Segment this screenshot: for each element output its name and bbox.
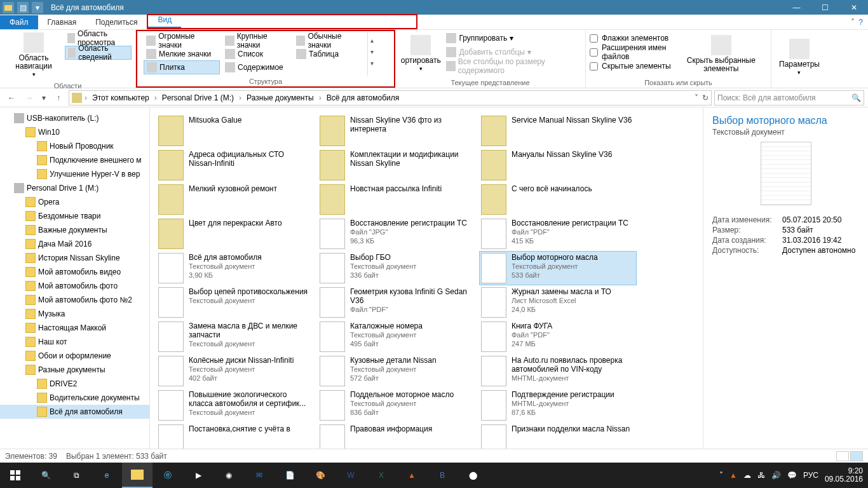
tree-node[interactable]: Улучшение Hyper-V в вер (0, 167, 149, 181)
tree-node[interactable]: Дача Май 2016 (0, 237, 149, 251)
tree-node[interactable]: Win10 (0, 125, 149, 139)
paint-icon[interactable]: 🎨 (305, 463, 336, 488)
file-tile[interactable]: Поддельное моторное маслоТекстовый докум… (318, 388, 475, 423)
recent-button[interactable]: ▾ (39, 90, 48, 105)
file-tile[interactable]: Постановка,снятие с учёта в (156, 423, 314, 449)
tree-node[interactable]: Водительские документы (0, 391, 149, 405)
refresh-icon[interactable]: ↻ (702, 93, 709, 102)
ie-icon[interactable]: ⓔ (153, 463, 183, 488)
nav-pane-button[interactable]: Область навигации▾ (4, 31, 64, 80)
checkbox-hidden[interactable]: Скрытые элементы (590, 59, 674, 73)
checkbox-extensions[interactable]: Расширения имен файлов (590, 45, 674, 59)
edge-icon[interactable]: e (92, 463, 122, 488)
tab-home[interactable]: Главная (38, 15, 86, 29)
tree-node[interactable]: Настоящая Маккой (0, 321, 149, 335)
file-tile[interactable]: Выбор ГБОТекстовый документ336 байт (318, 251, 475, 285)
search-button[interactable]: 🔍 (31, 463, 61, 488)
file-tile[interactable]: Мануалы Nissan Skyline V36 (479, 148, 637, 182)
hide-selected-button[interactable]: Скрыть выбранные элементы (675, 31, 767, 77)
word-icon[interactable]: W (336, 463, 366, 488)
outlook-icon[interactable]: ✉ (244, 463, 275, 488)
file-tile[interactable]: Цвет для перекраски Авто (156, 217, 314, 251)
file-tile[interactable]: Мелкий кузовной ремонт (156, 182, 314, 217)
explorer-icon[interactable] (122, 463, 153, 488)
tree-node[interactable]: Всё для автомобиля (0, 405, 149, 419)
file-tile[interactable]: Выбор цепей противоскольженияТекстовый д… (156, 285, 314, 320)
file-tile[interactable]: Новстная рассылка Infiniti (318, 182, 475, 217)
tray-clock[interactable]: 9:2009.05.2016 (825, 467, 863, 484)
task-view-button[interactable]: ⧉ (61, 463, 92, 488)
tree-node[interactable]: История Nissan Skyline (0, 251, 149, 265)
file-tile[interactable]: Каталожные номераТекстовый документ495 б… (318, 320, 475, 354)
up-button[interactable]: ↑ (51, 90, 66, 105)
tree-node[interactable]: Бездомные твари (0, 209, 149, 223)
preview-pane-button[interactable]: Область просмотра (65, 31, 132, 45)
tray-volume-icon[interactable]: 🔊 (771, 471, 781, 480)
size-columns-button[interactable]: Все столбцы по размеру содержимого (444, 59, 581, 73)
vk-icon[interactable]: В (427, 463, 458, 488)
tray-network-icon[interactable]: 🖧 (757, 471, 765, 480)
start-button[interactable] (0, 463, 31, 488)
options-button[interactable]: Параметры▾ (775, 31, 824, 85)
tree-node[interactable]: Наш кот (0, 335, 149, 349)
file-tile[interactable]: Выбор моторного маслаТекстовый документ5… (479, 251, 637, 285)
file-tile[interactable]: Восстановление регистрации ТСФайл "PDF"4… (479, 217, 637, 251)
file-tile[interactable]: С чего всё начиналось (479, 182, 637, 217)
qat-properties[interactable]: ▤ (17, 2, 29, 13)
group-by-button[interactable]: Группировать ▾ (444, 31, 581, 45)
file-tile[interactable]: Правовая информация (318, 423, 475, 449)
file-tile[interactable]: Адреса официальных СТО Nissan-Infiniti (156, 148, 314, 182)
view-tiles-icon[interactable] (850, 451, 863, 461)
nav-tree[interactable]: USB-накопитель (L:)Win10Новый ПроводникП… (0, 107, 150, 449)
tray-lang[interactable]: РУС (803, 471, 818, 480)
back-button[interactable]: ← (4, 90, 19, 105)
file-tile[interactable]: Кузовные детали NissanТекстовый документ… (318, 354, 475, 388)
file-tile[interactable]: Восстановление регистрации ТСФайл "JPG"9… (318, 217, 475, 251)
layout-table[interactable]: Таблица (294, 47, 363, 61)
file-tile[interactable]: Mitsuoka Galue (156, 114, 314, 148)
layout-large[interactable]: Крупные значки (222, 34, 291, 48)
tree-node[interactable]: Важные документы (0, 223, 149, 237)
layout-huge[interactable]: Огромные значки (144, 34, 220, 48)
tree-node[interactable]: Мой автомобиль фото №2 (0, 293, 149, 307)
help-icon[interactable]: ? (858, 18, 863, 27)
tree-node[interactable]: Музыка (0, 307, 149, 321)
tree-node[interactable]: Мой автомобиль видео (0, 265, 149, 279)
search-input[interactable]: Поиск: Всё для автомобиля🔍 (714, 90, 864, 105)
address-bar[interactable]: › Этот компьютер› Personal Drive 1 (M:)›… (69, 90, 712, 105)
tab-file[interactable]: Файл (0, 15, 38, 29)
file-tile[interactable]: Признаки подделки масла Nissan (479, 423, 637, 449)
file-tile[interactable]: На Auto.ru появилась проверка автомобиле… (479, 354, 637, 388)
tree-node[interactable]: USB-накопитель (L:) (0, 111, 149, 125)
file-tile[interactable]: Service Manual Nissan Skyline V36 (479, 114, 637, 148)
tray-up-icon[interactable]: ˄ (719, 471, 723, 480)
file-view[interactable]: Mitsuoka GalueNissan Skyline V36 фто из … (150, 107, 703, 449)
qat-new-folder[interactable]: ▾ (32, 2, 43, 13)
tree-node[interactable]: Personal Drive 1 (M:) (0, 181, 149, 195)
file-tile[interactable]: Журнал замены масла и ТОЛист Microsoft E… (479, 285, 637, 320)
taskbar[interactable]: 🔍 ⧉ e ⓔ ▶ ◉ ✉ 📄 🎨 W X ▲ В ⬤ ˄ ▲ ☁ 🖧 🔊 💬 … (0, 463, 868, 488)
close-button[interactable]: ✕ (839, 0, 868, 15)
tab-share[interactable]: Поделиться (86, 15, 147, 29)
forward-button[interactable]: → (22, 90, 37, 105)
file-tile[interactable]: Геометрия кузова Infiniti G Sedan V36Фай… (318, 285, 475, 320)
chrome-icon[interactable]: ◉ (214, 463, 244, 488)
file-tile[interactable]: Nissan Skyline V36 фто из интернета (318, 114, 475, 148)
tree-node[interactable]: Opera (0, 195, 149, 209)
vlc-icon[interactable]: ▲ (397, 463, 427, 488)
tree-node[interactable]: DRIVE2 (0, 377, 149, 391)
file-tile[interactable]: Колёсные диски Nissan-InfinitiТекстовый … (156, 354, 314, 388)
sort-button[interactable]: ортировать▾ (399, 31, 442, 77)
file-tile[interactable]: Повышение экологического класса автомоби… (156, 388, 314, 423)
details-pane-button[interactable]: Область сведений (65, 46, 132, 60)
file-tile[interactable]: Всё для автомобиляТекстовый документ3,90… (156, 251, 314, 285)
layout-content[interactable]: Содержимое (222, 60, 291, 74)
layout-scroll[interactable]: ▴▾▾ (367, 32, 376, 76)
notepad-icon[interactable]: 📄 (275, 463, 305, 488)
minimize-button[interactable]: — (782, 0, 811, 15)
tray-onedrive-icon[interactable]: ☁ (743, 471, 751, 480)
layout-list[interactable]: Список (222, 47, 291, 61)
tree-node[interactable]: Новый Проводник (0, 139, 149, 153)
layout-medium[interactable]: Обычные значки (294, 34, 363, 48)
tray-action-icon[interactable]: 💬 (787, 471, 797, 480)
